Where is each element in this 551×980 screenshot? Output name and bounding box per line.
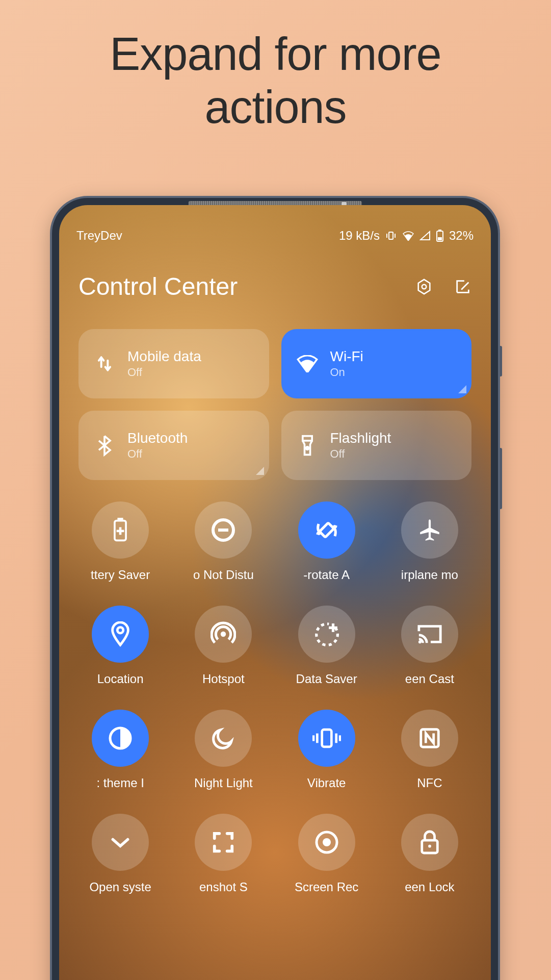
flashlight-icon: [296, 434, 319, 457]
open-system-icon: [92, 814, 149, 871]
svg-rect-0: [389, 232, 393, 239]
tile-label: : theme I: [96, 776, 144, 790]
svg-point-6: [422, 284, 427, 289]
tile-flashlight[interactable]: FlashlightOff: [281, 411, 472, 480]
svg-point-8: [306, 447, 309, 450]
tile-status: Off: [127, 366, 201, 379]
nfc-icon: [401, 710, 458, 767]
tile-mobile-data[interactable]: Mobile dataOff: [78, 329, 269, 398]
tile-screen-record[interactable]: Screen Rec: [287, 814, 366, 894]
tile-label: Screen Rec: [295, 880, 358, 894]
status-bar: TreyDev 19 kB/s: [59, 205, 491, 243]
screen-lock-icon: [401, 814, 458, 871]
tile-auto-rotate[interactable]: -rotate A: [287, 501, 366, 582]
tile-label: Open syste: [89, 880, 151, 894]
screenshot-icon: [195, 814, 252, 871]
promo-headline-line1: Expand for more: [110, 29, 441, 80]
tile-label: irplane mo: [401, 568, 458, 582]
battery-percent: 32%: [449, 229, 474, 243]
svg-rect-7: [302, 436, 311, 441]
settings-button[interactable]: [415, 278, 433, 295]
tile-label: Mobile data: [127, 348, 201, 365]
phone-screen: TreyDev 19 kB/s: [59, 205, 491, 980]
bluetooth-icon: [93, 434, 116, 457]
expand-corner-icon: [256, 467, 264, 475]
tile-label: Data Saver: [296, 672, 357, 686]
control-center-header: Control Center: [59, 243, 491, 300]
dark-theme-icon: [92, 710, 149, 767]
tile-label: een Lock: [405, 880, 454, 894]
vibrate-icon: [385, 230, 397, 242]
tile-hotspot[interactable]: Hotspot: [183, 606, 263, 686]
tile-open-system[interactable]: Open syste: [81, 814, 160, 894]
tile-wifi[interactable]: Wi-FiOn: [281, 329, 472, 398]
svg-rect-15: [319, 523, 333, 537]
svg-point-17: [221, 632, 226, 637]
tile-label: Night Light: [194, 776, 253, 790]
tile-status: Off: [127, 447, 188, 461]
svg-point-16: [117, 627, 123, 634]
tile-dark-theme[interactable]: : theme I: [81, 710, 160, 790]
night-light-icon: [195, 710, 252, 767]
tile-label: -rotate A: [303, 568, 350, 582]
auto-rotate-icon: [298, 501, 355, 559]
promo-headline-line2: actions: [204, 82, 346, 133]
tile-battery-saver[interactable]: ttery Saver: [81, 501, 160, 582]
tile-vibrate[interactable]: Vibrate: [287, 710, 366, 790]
screen-record-icon: [298, 814, 355, 871]
tile-location[interactable]: Location: [81, 606, 160, 686]
tile-label: Wi-Fi: [330, 348, 363, 365]
dnd-icon: [195, 501, 252, 559]
location-icon: [92, 606, 149, 663]
mobile-data-icon: [93, 354, 116, 373]
tile-label: Hotspot: [202, 672, 245, 686]
page-title: Control Center: [78, 272, 238, 300]
phone-mockup: TreyDev 19 kB/s: [52, 198, 498, 980]
tile-airplane[interactable]: irplane mo: [390, 501, 469, 582]
battery-saver-icon: [92, 501, 149, 559]
tile-night-light[interactable]: Night Light: [183, 710, 263, 790]
tile-label: ttery Saver: [91, 568, 150, 582]
wifi-icon: [296, 355, 319, 372]
promo-headline: Expand for more actions: [0, 0, 551, 134]
tile-label: NFC: [417, 776, 442, 790]
svg-point-31: [428, 845, 431, 848]
tile-label: Bluetooth: [127, 430, 188, 446]
tile-label: een Cast: [405, 672, 454, 686]
edit-button[interactable]: [454, 278, 471, 295]
screen-cast-icon: [401, 606, 458, 663]
tile-screenshot[interactable]: enshot S: [183, 814, 263, 894]
svg-rect-22: [322, 730, 331, 747]
tile-screen-lock[interactable]: een Lock: [390, 814, 469, 894]
tile-screen-cast[interactable]: een Cast: [390, 606, 469, 686]
hotspot-icon: [195, 606, 252, 663]
tile-data-saver[interactable]: Data Saver: [287, 606, 366, 686]
signal-icon: [419, 231, 431, 241]
battery-icon: [436, 230, 444, 242]
tile-label: Vibrate: [307, 776, 346, 790]
svg-point-20: [418, 641, 422, 644]
tile-label: o Not Distu: [193, 568, 254, 582]
svg-rect-5: [438, 237, 442, 240]
tile-label: enshot S: [199, 880, 248, 894]
tile-bluetooth[interactable]: BluetoothOff: [78, 411, 269, 480]
tile-dnd[interactable]: o Not Distu: [183, 501, 263, 582]
tile-label: Flashlight: [330, 430, 391, 446]
svg-point-29: [323, 838, 331, 846]
tile-status: Off: [330, 447, 391, 461]
network-speed: 19 kB/s: [339, 229, 380, 243]
carrier-label: TreyDev: [76, 229, 122, 243]
tile-status: On: [330, 366, 363, 379]
tile-nfc[interactable]: NFC: [390, 710, 469, 790]
data-saver-icon: [298, 606, 355, 663]
tile-label: Location: [97, 672, 144, 686]
expand-corner-icon: [458, 385, 466, 393]
vibrate-icon: [298, 710, 355, 767]
airplane-icon: [401, 501, 458, 559]
wifi-icon: [402, 231, 414, 241]
